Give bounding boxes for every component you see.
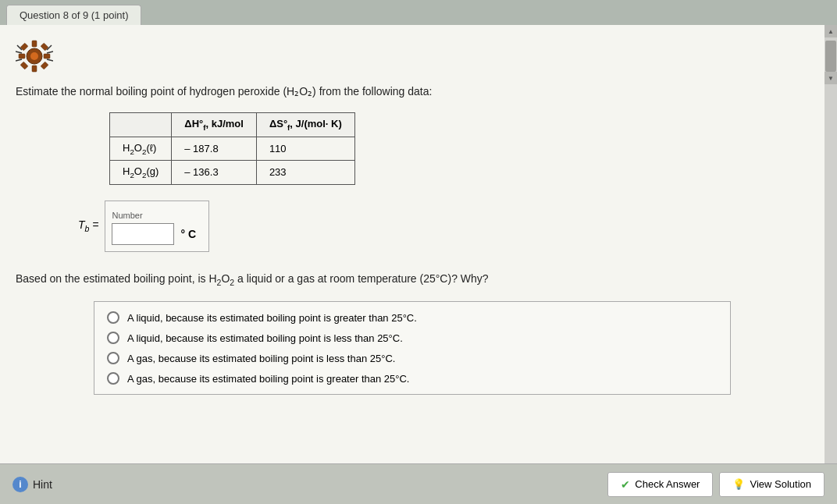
svg-line-15: [47, 59, 53, 61]
col2-header: ΔS°f, J/(mol· K): [256, 113, 354, 137]
degree-label: ° C: [180, 228, 196, 240]
footer-bar: i Hint ✔ Check Answer 💡 View Solution: [0, 463, 837, 504]
radio-label-4: A gas, because its estimated boiling poi…: [127, 373, 409, 385]
radio-circle-1: [107, 311, 119, 324]
row2-val1: – 136.3: [172, 161, 257, 185]
data-table: ΔH°f, kJ/mol ΔS°f, J/(mol· K) H2O2(ℓ) – …: [109, 112, 355, 185]
row1-val2: 110: [256, 137, 354, 161]
row2-label: H2O2(g): [110, 161, 172, 185]
radio-label-1: A liquid, because its estimated boiling …: [127, 312, 417, 324]
scrollbar-up-button[interactable]: ▲: [825, 25, 837, 37]
content-area: Estimate the normal boiling point of hyd…: [0, 25, 837, 463]
col0-header: [110, 113, 172, 137]
svg-rect-4: [19, 54, 25, 59]
scrollbar-thumb[interactable]: [825, 41, 836, 72]
question-tab[interactable]: Question 8 of 9 (1 point): [6, 5, 141, 25]
tab-bar: Question 8 of 9 (1 point): [0, 0, 837, 25]
radio-option-4[interactable]: A gas, because its estimated boiling poi…: [107, 372, 718, 385]
question-text2: Based on the estimated boiling point, is…: [16, 271, 809, 289]
radio-option-1[interactable]: A liquid, because its estimated boiling …: [107, 311, 718, 324]
svg-line-11: [16, 51, 22, 53]
svg-point-1: [30, 52, 38, 60]
table-row: H2O2(ℓ) – 187.8 110: [110, 137, 355, 161]
gear-icon: [16, 37, 53, 75]
main-container: Question 8 of 9 (1 point): [0, 0, 837, 504]
radio-circle-2: [107, 332, 119, 344]
scrollbar[interactable]: ▲ ▼: [825, 25, 837, 463]
radio-option-2[interactable]: A liquid, because its estimated boiling …: [107, 332, 718, 344]
row1-val1: – 187.8: [172, 137, 257, 161]
radio-circle-4: [107, 372, 119, 385]
table-row: H2O2(g) – 136.3 233: [110, 161, 355, 185]
hint-label[interactable]: Hint: [33, 478, 52, 491]
info-icon[interactable]: i: [12, 477, 28, 492]
svg-rect-2: [32, 41, 37, 47]
radio-label-2: A liquid, because its estimated boiling …: [127, 332, 403, 344]
check-answer-button[interactable]: ✔ Check Answer: [607, 472, 713, 497]
radio-group: A liquid, because its estimated boiling …: [94, 301, 731, 395]
temperature-input[interactable]: [112, 223, 174, 245]
view-solution-button[interactable]: 💡 View Solution: [719, 472, 825, 497]
svg-rect-8: [20, 62, 28, 69]
svg-line-14: [47, 51, 53, 53]
question-panel: Estimate the normal boiling point of hyd…: [0, 25, 825, 463]
number-input-row: ° C: [112, 223, 196, 245]
solution-icon: 💡: [732, 478, 745, 490]
check-icon: ✔: [621, 478, 630, 491]
input-section: Tb = Number ° C: [78, 201, 809, 252]
number-input-box: Number ° C: [105, 201, 209, 252]
svg-rect-3: [32, 66, 37, 72]
tab-label: Question 8 of 9 (1 point): [20, 9, 128, 21]
radio-option-3[interactable]: A gas, because its estimated boiling poi…: [107, 352, 718, 364]
scrollbar-down-button[interactable]: ▼: [825, 72, 837, 84]
svg-line-12: [16, 59, 22, 61]
question-text: Estimate the normal boiling point of hyd…: [16, 83, 809, 100]
footer-buttons: ✔ Check Answer 💡 View Solution: [607, 472, 825, 497]
row2-val2: 233: [256, 161, 354, 185]
radio-label-3: A gas, because its estimated boiling poi…: [127, 353, 395, 364]
row1-label: H2O2(ℓ): [110, 137, 172, 161]
col1-header: ΔH°f, kJ/mol: [172, 113, 257, 137]
svg-rect-5: [44, 54, 50, 59]
check-answer-label: Check Answer: [635, 478, 700, 490]
svg-rect-9: [41, 62, 48, 69]
number-input-label: Number: [112, 211, 196, 220]
t-label: Tb =: [78, 218, 98, 233]
view-solution-label: View Solution: [750, 478, 811, 490]
radio-circle-3: [107, 352, 119, 364]
hint-section: i Hint: [12, 477, 52, 492]
